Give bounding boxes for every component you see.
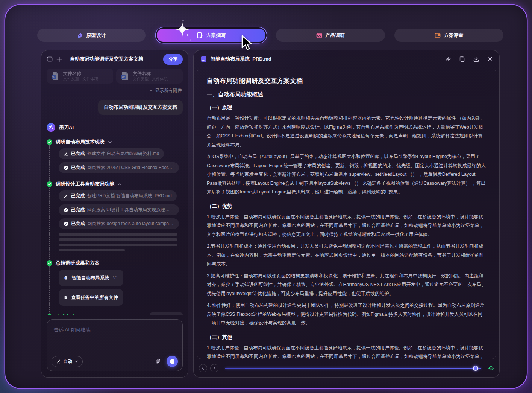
task-group-title: 总结调研成果和方案 <box>56 260 100 267</box>
assistant-name: 墨刀AI <box>59 124 74 131</box>
task-item[interactable]: 已完成 网页搜索 design tools auto layout compar… <box>59 218 179 229</box>
document-content[interactable]: 自动布局功能调研及交互方案文档 一、自动布局功能概述 （一）原理 自动布局是一种… <box>197 69 496 359</box>
doc-paragraph: 自动布局是一种设计功能，可以根据定义的规则和关系自动调整和排列容器内的元素。它允… <box>207 114 486 149</box>
tab-prototype-design[interactable]: 原型设计 <box>37 29 146 42</box>
doc-paragraph: 在iOS系统中，自动布局（AutoLayout）是基于约束，动态计算视图大小和位… <box>207 152 486 197</box>
result-doc-card[interactable]: W 智能自动布局系统 V1 <box>59 270 123 286</box>
app-window: 原型设计 方案撰写 产品调研 方案评审 <box>0 0 532 393</box>
document-header: 智能自动布局系统_PRD.md <box>194 50 499 68</box>
crosshair-icon <box>488 365 494 371</box>
user-message-bubble: 自动布局功能调研及交互方案文档 <box>98 100 183 115</box>
loading-skeleton-bar <box>59 238 177 241</box>
pencil-icon <box>64 151 68 156</box>
task-item[interactable]: 已完成 网页搜索 2025年CSS Grid Flexbox Bootstra.… <box>59 162 179 173</box>
timeline-connector <box>49 145 50 315</box>
auto-mode-icon <box>56 359 61 364</box>
generation-done-row: 生成完成 内容由 AI 生成 <box>47 312 183 315</box>
task-status: 已完成 <box>71 221 85 227</box>
task-group-header[interactable]: 总结调研成果和方案 <box>47 260 183 267</box>
conversation-title: 自动布局功能调研及交互方案文档 <box>70 56 159 62</box>
task-item[interactable]: 已完成 网页搜索 UI设计工具自动布局实现原理交互模... <box>59 204 179 215</box>
doc-heading-3: （三）其他 <box>207 334 486 341</box>
task-timeline: 调研自动布局技术现状 已完成 创建文件 自动布局功能调研资料.md <box>47 139 183 315</box>
slider-track <box>225 368 481 369</box>
task-group-title: 调研设计工具自动布局功能 <box>56 181 114 187</box>
next-page-button[interactable] <box>210 364 218 372</box>
tab-label: 方案撰写 <box>206 32 226 39</box>
slider-thumb[interactable] <box>473 366 478 371</box>
attachment-card[interactable]: W 文件名称 文件类型 · 文件体积 <box>47 69 113 84</box>
loading-skeleton-bar <box>59 233 177 236</box>
document-footer <box>194 362 499 377</box>
sidebar-toggle-icon[interactable] <box>47 56 53 62</box>
attachment-name: 文件名称 <box>63 71 98 76</box>
prev-page-button[interactable] <box>199 364 207 372</box>
composer-input[interactable] <box>52 323 178 356</box>
tab-plan-writing[interactable]: 方案撰写 <box>157 29 265 42</box>
task-status: 已完成 <box>71 165 85 171</box>
web-search-icon <box>64 207 68 213</box>
close-document-button[interactable] <box>487 56 493 62</box>
task-group-header[interactable]: 调研设计工具自动布局功能 <box>47 181 183 187</box>
doc-heading-2: 一、自动布局功能概述 <box>207 91 486 98</box>
view-all-files-card[interactable]: 查看任务中的所有文件 <box>59 289 123 306</box>
version-badge: V1 <box>113 276 118 280</box>
browser-chart-icon <box>316 32 322 38</box>
attachment-card[interactable]: W 文件名称 文件类型 · 文件体积 <box>116 69 183 84</box>
markdown-doc-icon <box>200 56 207 62</box>
loading-skeleton-bar <box>59 244 177 246</box>
share-button[interactable]: 分享 <box>163 54 183 65</box>
chat-panel-header: 自动布局功能调研及交互方案文档 分享 <box>41 50 188 68</box>
word-doc-icon: W <box>64 273 68 283</box>
attachment-meta: 文件类型 · 文件体积 <box>63 76 98 81</box>
mode-selector[interactable]: 自动 <box>52 356 83 367</box>
word-doc-icon: W <box>120 71 130 81</box>
tab-product-research[interactable]: 产品调研 <box>276 29 385 42</box>
chevron-left-icon <box>201 366 205 370</box>
chevron-down-icon <box>149 88 153 93</box>
app-frame: 原型设计 方案撰写 产品调研 方案评审 <box>5 5 527 388</box>
chat-scroll-area[interactable]: W 文件名称 文件类型 · 文件体积 W 文件名称 文件类型 · 文件体积 <box>41 68 188 315</box>
tab-label: 原型设计 <box>86 32 106 39</box>
word-doc-icon: W <box>50 71 60 81</box>
share-document-button[interactable] <box>445 56 451 62</box>
document-scroll-slider[interactable] <box>225 366 481 371</box>
web-search-icon <box>64 221 68 227</box>
attachment-name: 文件名称 <box>133 71 168 76</box>
locate-target-button[interactable] <box>488 365 494 371</box>
check-circle-icon <box>47 139 52 145</box>
result-doc-label: 智能自动布局系统 <box>72 275 109 281</box>
attach-file-button[interactable] <box>155 358 161 365</box>
task-item[interactable]: 已完成 创建PRD文档 智能自动布局系统_PRD.md <box>59 190 177 201</box>
task-group-header[interactable]: 调研自动布局技术现状 <box>47 139 183 145</box>
show-all-attachments-toggle[interactable]: 显示所有附件 <box>47 87 182 94</box>
doc-paragraph: 4. 协作性好：使用自动布局构建的设计通常更易于团队协作，特别是改进了设计师和开… <box>207 301 486 328</box>
copy-icon <box>459 56 465 62</box>
check-circle-icon <box>47 260 52 266</box>
doc-heading-1: 自动布局功能调研及交互方案文档 <box>207 76 486 85</box>
stop-generation-button[interactable] <box>167 356 178 367</box>
task-text: 网页搜索 design tools auto layout comparis..… <box>87 221 174 227</box>
chevron-right-icon <box>212 366 216 370</box>
forward-arrow-icon <box>445 56 451 62</box>
chevron-down-icon[interactable] <box>108 140 112 144</box>
web-search-icon <box>64 165 68 171</box>
new-chat-icon[interactable] <box>56 56 62 62</box>
tab-plan-review[interactable]: 方案评审 <box>394 29 503 42</box>
copy-document-button[interactable] <box>459 56 465 62</box>
task-item[interactable]: 已完成 创建文件 自动布局功能调研资料.md <box>59 148 164 159</box>
tab-label: 方案评审 <box>444 32 464 39</box>
download-document-button[interactable] <box>473 56 479 62</box>
header-divider <box>66 56 66 62</box>
pen-nib-icon <box>77 32 83 38</box>
task-text: 创建PRD文档 智能自动布局系统_PRD.md <box>87 193 172 199</box>
modao-ai-avatar <box>47 123 55 132</box>
task-status: 已完成 <box>71 151 85 157</box>
doc-paragraph: 2.节省开发时间和成本：通过使用自动布局，开发人员可以避免手动调整和适配不同屏幕… <box>207 242 486 269</box>
loading-skeleton-bar <box>59 249 125 251</box>
doc-paragraph: 1.增强用户体验：自动布局可以确保页面在不同设备上都能良好地展示，提供一致的用户… <box>207 344 486 359</box>
doc-paragraph: 1.增强用户体验：自动布局可以确保页面在不同设备上都能良好地展示，提供一致的用户… <box>207 213 486 239</box>
attachment-meta: 文件类型 · 文件体积 <box>133 76 168 81</box>
chevron-up-icon[interactable] <box>118 182 122 186</box>
svg-text:W: W <box>122 76 125 79</box>
